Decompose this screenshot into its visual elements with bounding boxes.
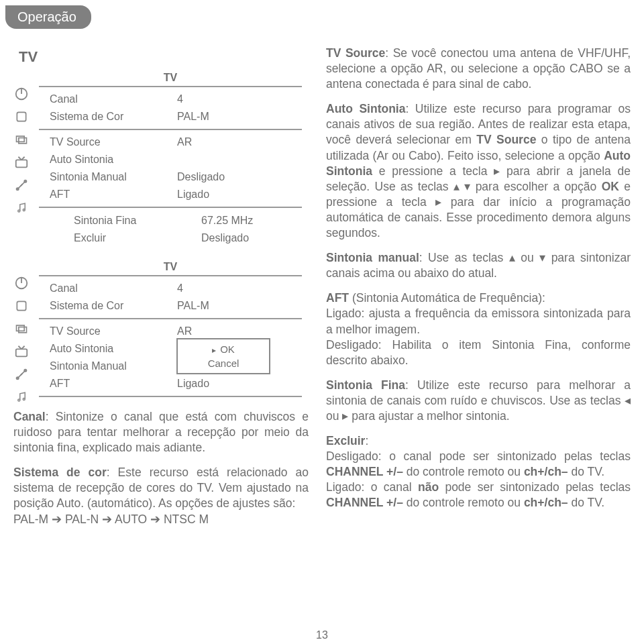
term: não (418, 480, 439, 494)
menu-extra-rows: Sintonia Fina67.25 MHz ExcluirDesligado (63, 208, 302, 247)
para-sintoniafina: Sintonia Fina: Utilize este recurso para… (326, 378, 631, 424)
row-label: Sintonia Fina (74, 215, 201, 227)
power-icon (13, 275, 30, 291)
para-aft: AFT (Sintonia Automática de Frequência):… (326, 290, 631, 368)
row-value: Desligado (201, 232, 302, 244)
row-label: Sintonia Manual (50, 171, 177, 183)
text: e pressione a tecla ▸ para abrir a janel… (326, 164, 631, 193)
row-label: Sistema de Cor (50, 300, 177, 312)
tv-icon (13, 343, 30, 360)
text: Ligado: ajusta a frequência da emissora … (326, 307, 631, 335)
row-value: 4 (177, 282, 302, 294)
row-value: Ligado (177, 189, 302, 201)
popup-cancel: Cancel (178, 356, 269, 370)
para-sequence: PAL-M ➔ PAL-N ➔ AUTO ➔ NTSC M (13, 513, 209, 526)
square-icon (13, 298, 30, 314)
row-value: AR (177, 325, 302, 337)
text: do controle remoto ou (403, 465, 524, 478)
row-label: Canal (50, 93, 177, 105)
popup-ok: OK (178, 342, 269, 356)
term-sistema: Sistema de cor (13, 466, 107, 479)
term: TV Source (476, 133, 536, 146)
music-icon (13, 200, 30, 216)
svg-rect-5 (16, 160, 28, 167)
page-number: 13 (0, 629, 644, 641)
term: Excluir (326, 434, 365, 447)
row-value: PAL-M (177, 111, 302, 123)
svg-rect-4 (19, 138, 27, 144)
row-value: Ligado (177, 378, 302, 390)
tv-icon (13, 154, 30, 170)
term: ch+/ch– (524, 465, 568, 478)
text: do TV. (568, 496, 605, 509)
power-icon (13, 86, 30, 102)
para-canal: Canal: Sintonize o canal que está com ch… (13, 409, 309, 455)
menu-row: Auto Sintonia (39, 151, 302, 168)
menu-row: Sintonia Fina67.25 MHz (63, 212, 302, 229)
tv-menu-2: TV Canal4 Sistema de CorPAL-M TV SourceA… (39, 259, 302, 397)
menu-title: TV (39, 70, 302, 87)
row-value: 67.25 MHz (201, 215, 302, 227)
text: do TV. (568, 465, 605, 478)
para-autosintonia: Auto Sintonia: Utilize este recurso para… (326, 101, 631, 241)
menu-row: Sistema de CorPAL-M (39, 108, 302, 125)
para-text: : Sintonize o canal que está com chuvisc… (13, 410, 309, 454)
row-label: Sistema de Cor (50, 111, 177, 123)
term: CHANNEL +/– (326, 496, 403, 509)
term: Sintonia Fina (326, 378, 405, 392)
row-label: Auto Sintonia (50, 154, 177, 166)
term: Sintonia manual (326, 251, 419, 264)
row-value: Desligado (177, 171, 302, 183)
svg-rect-16 (19, 327, 27, 333)
svg-point-10 (18, 210, 20, 212)
para-sistema: Sistema de cor: Este recurso está relaci… (13, 465, 309, 527)
row-label: Sintonia Manual (50, 360, 177, 372)
svg-rect-2 (17, 112, 25, 121)
square-icon (13, 109, 30, 125)
row-label: Excluir (74, 232, 201, 244)
svg-point-11 (23, 209, 25, 211)
row-label: Auto Sintonia (50, 343, 177, 355)
para-excluir: Excluir: Desligado: o canal pode ser sin… (326, 433, 631, 511)
term: ch+/ch– (524, 496, 568, 509)
section-badge: Operação (5, 5, 91, 29)
confirm-popup: OK Cancel (176, 338, 270, 374)
tools-icon (13, 177, 30, 193)
svg-point-22 (18, 399, 20, 401)
right-column: TV Source: Se você conectou uma antena d… (326, 46, 631, 637)
text: pode ser sintonizado pelas teclas (439, 480, 631, 494)
row-label: TV Source (50, 136, 177, 148)
row-label: TV Source (50, 325, 177, 337)
row-value: AR (177, 136, 302, 148)
svg-rect-14 (17, 301, 25, 310)
term: CHANNEL +/– (326, 465, 403, 478)
term-canal: Canal (13, 410, 46, 423)
para-sintoniamanual: Sintonia manual: Use as teclas ▴ ou ▾ pa… (326, 250, 631, 281)
menu-row: Canal4 (39, 91, 302, 108)
text: Desligado: Habilita o item Sintonia Fina… (326, 338, 631, 367)
tv-menu-1: TV Canal4 Sistema de CorPAL-M TV SourceA… (39, 70, 302, 208)
tv-heading: TV (19, 48, 309, 66)
svg-point-23 (23, 398, 25, 400)
menu-row: AFTLigado (39, 186, 302, 203)
menu-row: ExcluirDesligado (63, 229, 302, 247)
tools-icon (13, 366, 30, 382)
svg-rect-3 (17, 136, 25, 142)
menu-title: TV (39, 259, 302, 276)
text: : (365, 434, 368, 447)
menu-sidebar-icons (13, 86, 30, 216)
row-label: Canal (50, 282, 177, 294)
row-value: PAL-M (177, 300, 302, 312)
svg-rect-17 (16, 349, 28, 356)
music-icon (13, 389, 30, 405)
text: Desligado: o canal pode ser sintonizado … (326, 449, 631, 463)
stack-icon (13, 321, 30, 337)
menu-sidebar-icons (13, 275, 30, 405)
left-column: TV TV Canal4 Sistema de CorPAL-M (13, 46, 309, 637)
term: Auto Sintonia (326, 102, 405, 115)
row-value: 4 (177, 93, 302, 105)
term: AFT (326, 291, 349, 305)
menu-row: Sistema de CorPAL-M (39, 297, 302, 315)
menu-row: AFTLigado (39, 375, 302, 392)
term: OK (602, 180, 619, 193)
